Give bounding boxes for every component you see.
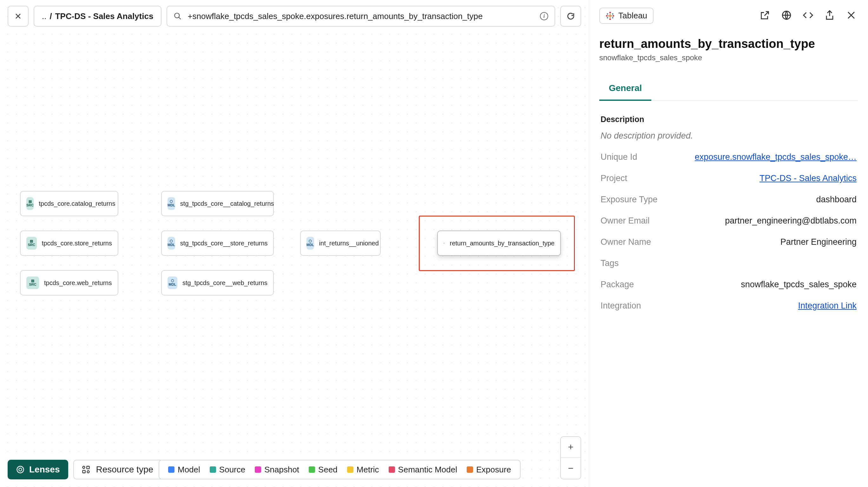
svg-rect-6	[83, 470, 85, 473]
node-label: int_returns__unioned	[319, 240, 379, 247]
node-label: stg_tpcds_core__catalog_returns	[180, 200, 274, 207]
resource-type-icon	[82, 465, 90, 474]
svg-point-2	[19, 468, 22, 471]
close-panel-button[interactable]	[844, 8, 858, 23]
node-label: stg_tpcds_core__web_returns	[182, 279, 268, 287]
integration-chip[interactable]: Tableau	[599, 8, 654, 24]
lenses-label: Lenses	[29, 464, 60, 475]
svg-point-7	[87, 471, 89, 473]
lenses-button[interactable]: Lenses	[8, 460, 68, 479]
legend-item-semantic-model: Semantic Model	[389, 465, 457, 475]
section-description-header: Description	[600, 115, 857, 124]
node-src-store-returns[interactable]: ▤SRC tpcds_core.store_returns	[20, 230, 118, 256]
kv-exposure-type: Exposure Type dashboard	[599, 189, 858, 210]
node-label: stg_tpcds_core__store_returns	[180, 240, 268, 247]
mdl-badge-icon: ⬡MDL	[307, 237, 314, 250]
legend-item-snapshot: Snapshot	[255, 465, 299, 475]
node-mdl-stg-store[interactable]: ⬡MDL stg_tpcds_core__store_returns	[161, 230, 274, 256]
tab-row: General	[599, 78, 858, 101]
info-icon[interactable]: i	[540, 12, 548, 20]
node-label: return_amounts_by_transaction_type	[450, 240, 555, 247]
legend-item-metric: Metric	[347, 465, 379, 475]
mdl-badge-icon: ⬡MDL	[167, 277, 177, 289]
search-input[interactable]	[187, 11, 534, 21]
breadcrumb-prefix: ..	[42, 11, 46, 21]
kv-owner-email: Owner Email partner_engineering@dbtlabs.…	[599, 210, 858, 231]
kv-unique-id: Unique Id exposure.snowflake_tpcds_sales…	[599, 147, 858, 168]
node-label: tpcds_core.catalog_returns	[39, 200, 115, 207]
search-icon	[174, 12, 182, 20]
description-empty: No description provided.	[600, 131, 857, 141]
kv-owner-name: Owner Name Partner Engineering	[599, 231, 858, 253]
node-src-web-returns[interactable]: ▤SRC tpcds_core.web_returns	[20, 270, 118, 295]
panel-subtitle: snowflake_tpcds_sales_spoke	[599, 53, 858, 62]
src-badge-icon: ▤SRC	[26, 277, 39, 289]
lenses-icon	[16, 465, 25, 474]
tableau-icon	[606, 11, 615, 20]
kv-integration: Integration Integration Link	[599, 295, 858, 317]
kv-tags: Tags	[599, 253, 858, 274]
panel-title: return_amounts_by_transaction_type	[599, 37, 858, 51]
node-src-catalog-returns[interactable]: ▤SRC tpcds_core.catalog_returns	[20, 191, 118, 216]
legend-item-seed: Seed	[309, 465, 338, 475]
panel-actions	[758, 8, 858, 23]
legend: Model Source Snapshot Seed Metric Semant…	[159, 460, 521, 479]
kv-package: Package snowflake_tpcds_sales_spoke	[599, 274, 858, 295]
lineage-canvas[interactable]: .. / TPC-DS - Sales Analytics i	[0, 0, 589, 487]
close-button[interactable]	[8, 6, 29, 27]
top-bar: .. / TPC-DS - Sales Analytics i	[8, 6, 581, 27]
mdl-badge-icon: ⬡MDL	[167, 237, 175, 250]
globe-button[interactable]	[780, 8, 793, 23]
src-badge-icon: ▤SRC	[26, 237, 37, 250]
integration-link[interactable]: Integration Link	[798, 301, 857, 311]
open-external-button[interactable]	[758, 8, 772, 23]
node-mdl-stg-catalog[interactable]: ⬡MDL stg_tpcds_core__catalog_returns	[161, 191, 274, 216]
src-badge-icon: ▤SRC	[26, 197, 34, 210]
search-box[interactable]: i	[166, 6, 555, 27]
kv-project: Project TPC-DS - Sales Analytics	[599, 168, 858, 189]
resource-type-label: Resource type	[96, 464, 154, 475]
share-button[interactable]	[823, 8, 836, 23]
node-exposure-return-amounts[interactable]: return_amounts_by_transaction_type	[437, 230, 561, 256]
zoom-in-button[interactable]: +	[561, 437, 581, 458]
breadcrumb-current: TPC-DS - Sales Analytics	[55, 11, 154, 21]
refresh-button[interactable]	[560, 6, 581, 27]
legend-item-source: Source	[210, 465, 245, 475]
svg-rect-5	[87, 466, 89, 469]
node-mdl-stg-web[interactable]: ⬡MDL stg_tpcds_core__web_returns	[161, 270, 274, 295]
chip-label: Tableau	[618, 11, 647, 21]
zoom-controls: + −	[560, 436, 581, 479]
project-link[interactable]: TPC-DS - Sales Analytics	[760, 173, 857, 183]
svg-point-4	[83, 466, 85, 468]
breadcrumb-sep: /	[50, 11, 52, 21]
legend-item-exposure: Exposure	[467, 465, 511, 475]
tableau-icon	[443, 239, 445, 248]
mdl-badge-icon: ⬡MDL	[167, 197, 175, 210]
node-label: tpcds_core.store_returns	[42, 240, 112, 247]
bottom-left-controls: Lenses Resource type	[8, 460, 176, 479]
svg-point-0	[175, 13, 180, 18]
svg-point-3	[17, 466, 24, 473]
breadcrumb[interactable]: .. / TPC-DS - Sales Analytics	[34, 6, 161, 27]
code-button[interactable]	[801, 8, 815, 23]
legend-item-model: Model	[168, 465, 200, 475]
unique-id-link[interactable]: exposure.snowflake_tpcds_sales_spoke…	[695, 152, 857, 162]
zoom-out-button[interactable]: −	[561, 458, 581, 479]
tab-general[interactable]: General	[599, 78, 651, 101]
details-panel: Tableau return_amounts_by_transaction_ty…	[589, 0, 868, 487]
node-mdl-int-unioned[interactable]: ⬡MDL int_returns__unioned	[300, 230, 381, 256]
node-label: tpcds_core.web_returns	[44, 279, 112, 287]
